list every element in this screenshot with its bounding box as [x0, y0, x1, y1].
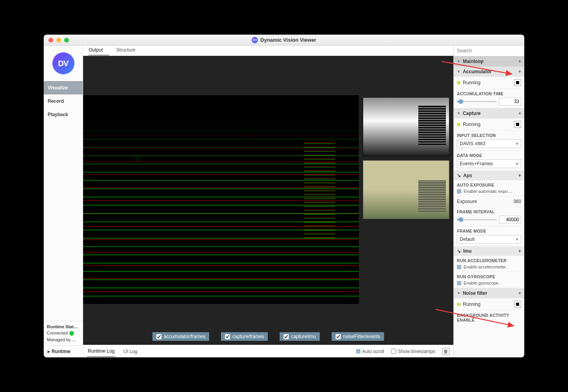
- app-window: DV Dynamic Vision Viewer DV Visualize Re…: [44, 35, 524, 357]
- section-noise-filter-label: Noise filter: [463, 290, 487, 296]
- chip-capture-imu-label: capture/imu: [291, 334, 316, 339]
- exposure-value: 360: [513, 199, 521, 204]
- subsection-imu-add-icon[interactable]: +: [518, 248, 521, 254]
- section-noise-filter[interactable]: ▼ Noise filter +: [454, 288, 524, 298]
- view-tabs: Output Structure: [83, 46, 453, 56]
- subsection-aps-add-icon[interactable]: +: [518, 173, 521, 178]
- exposure-label: Exposure: [457, 199, 477, 204]
- run-gyroscope-label: RUN GYROSCOPE: [457, 274, 521, 279]
- chevron-down-icon: ▼: [457, 111, 460, 115]
- tab-runtime-log[interactable]: Runtime Log: [87, 346, 115, 357]
- tab-output[interactable]: Output: [89, 46, 109, 55]
- accumulation-time-slider[interactable]: [457, 101, 497, 102]
- accumulator-running-label: Running: [463, 80, 481, 85]
- run-gyroscope-desc: Enable gyroscope.: [464, 281, 499, 285]
- data-mode-dropdown[interactable]: Events+Frames: [457, 159, 521, 168]
- minimize-window-button[interactable]: [56, 38, 61, 43]
- properties-search-input[interactable]: [454, 46, 524, 56]
- show-timestamps-toggle[interactable]: Show timestamps: [391, 349, 435, 354]
- trash-icon: 🗑: [444, 349, 448, 354]
- nav-record[interactable]: Record: [44, 94, 83, 108]
- log-bar: Runtime Log UI Log Auto scroll Show time…: [83, 345, 453, 357]
- input-selection-value: DAVIS #883: [460, 141, 485, 146]
- chip-noisefilter-events-check[interactable]: [336, 334, 341, 339]
- close-window-button[interactable]: [48, 38, 53, 43]
- input-selection-prop: INPUT SELECTION DAVIS #883: [454, 131, 524, 151]
- noise-running-row: Running: [454, 298, 524, 311]
- chip-capture-frames-check[interactable]: [225, 334, 230, 339]
- subsection-imu[interactable]: ↘ Imu +: [454, 246, 524, 256]
- frame-interval-slider[interactable]: [457, 219, 497, 220]
- data-mode-prop: DATA MODE Events+Frames: [454, 151, 524, 171]
- frame-interval-label: FRAME INTERVAL: [457, 209, 521, 214]
- chip-noisefilter-events-label: noiseFilter/events: [343, 334, 380, 339]
- subsection-aps[interactable]: ↘ Aps +: [454, 171, 524, 180]
- managed-by-label: Managed by …: [47, 337, 80, 343]
- arrow-expand-icon: ↘: [457, 173, 461, 178]
- section-mainloop[interactable]: ▼ Mainloop +: [454, 56, 524, 67]
- accumulator-stop-button[interactable]: [514, 79, 521, 86]
- visualizer-viewport[interactable]: accumulator/frames capture/frames captur…: [83, 56, 453, 345]
- section-capture[interactable]: ▼ Capture +: [454, 108, 524, 118]
- window-title: DV Dynamic Vision Viewer: [44, 37, 524, 43]
- frame-interval-prop: FRAME INTERVAL: [454, 207, 524, 226]
- logo-area: DV: [44, 46, 83, 81]
- section-accumulator-add-icon[interactable]: +: [518, 69, 521, 74]
- capture-stop-button[interactable]: [514, 121, 521, 128]
- nav-visualize[interactable]: Visualize: [44, 81, 83, 94]
- center-pane: Output Structure accumulator/frames capt…: [83, 46, 453, 357]
- run-gyroscope-prop: RUN GYROSCOPE Enable gyroscope.: [454, 272, 524, 288]
- exposure-prop: Exposure 360: [454, 196, 524, 207]
- chip-noisefilter-events[interactable]: noiseFilter/events: [332, 332, 384, 341]
- section-capture-add-icon[interactable]: +: [518, 111, 521, 116]
- connected-status-icon: [69, 331, 74, 336]
- section-mainloop-add-icon[interactable]: +: [518, 59, 521, 64]
- frame-mode-value: Default: [460, 237, 475, 242]
- input-selection-dropdown[interactable]: DAVIS #883: [457, 139, 521, 148]
- chip-accumulator-frames-check[interactable]: [156, 334, 161, 339]
- run-gyroscope-checkbox[interactable]: [457, 281, 461, 285]
- running-status-icon: [457, 123, 460, 126]
- clear-log-button[interactable]: 🗑: [442, 348, 449, 355]
- run-accelerometer-prop: RUN ACCELEROMETER Enable accelerometer.: [454, 256, 524, 272]
- runtime-status-label: Runtime Stat…: [47, 324, 80, 330]
- main-body: DV Visualize Record Playback Runtime Sta…: [44, 46, 524, 357]
- background-activity-prop: BACKGROUND ACTIVITY ENABLE: [454, 311, 524, 325]
- chevron-down-icon: ▼: [457, 70, 460, 74]
- chip-accumulator-frames[interactable]: accumulator/frames: [152, 332, 209, 341]
- runtime-button-label: Runtime: [52, 349, 71, 354]
- chip-capture-frames[interactable]: capture/frames: [221, 332, 268, 341]
- section-noise-filter-add-icon[interactable]: +: [518, 290, 521, 296]
- capture-running-label: Running: [463, 122, 481, 127]
- frame-mode-prop: FRAME MODE Default: [454, 226, 524, 246]
- chip-capture-imu-check[interactable]: [284, 334, 289, 339]
- auto-scroll-checkbox[interactable]: [356, 349, 360, 353]
- run-accelerometer-desc: Enable accelerometer.: [464, 264, 507, 269]
- tab-ui-log[interactable]: UI Log: [123, 346, 138, 357]
- nav-playback[interactable]: Playback: [44, 108, 83, 121]
- runtime-status: Runtime Stat… Connected Managed by …: [44, 321, 83, 346]
- accumulator-running-row: Running: [454, 77, 524, 89]
- tab-structure[interactable]: Structure: [116, 46, 142, 55]
- run-accelerometer-checkbox[interactable]: [457, 265, 461, 269]
- accumulation-time-input[interactable]: [499, 98, 521, 105]
- aps-frame-thumbnail-gray: [363, 97, 449, 156]
- stop-icon: [516, 123, 519, 126]
- maximize-window-button[interactable]: [64, 38, 69, 43]
- frame-mode-label: FRAME MODE: [457, 229, 521, 233]
- section-accumulator[interactable]: ▼ Accumulator +: [454, 67, 524, 77]
- aps-frame-thumbnail-color: [363, 160, 449, 219]
- runtime-button[interactable]: ▸ Runtime: [44, 345, 83, 357]
- section-capture-label: Capture: [463, 111, 481, 116]
- noise-stop-button[interactable]: [514, 301, 521, 308]
- events-foreground: [304, 142, 335, 241]
- frame-interval-input[interactable]: [499, 216, 521, 224]
- auto-scroll-toggle[interactable]: Auto scroll: [356, 349, 384, 354]
- events-visualization: [83, 95, 359, 304]
- frame-mode-dropdown[interactable]: Default: [457, 235, 521, 244]
- show-timestamps-checkbox[interactable]: [391, 349, 396, 354]
- input-selection-label: INPUT SELECTION: [457, 133, 521, 138]
- properties-panel: ▼ Mainloop + ▼ Accumulator + Running ACC…: [453, 46, 524, 357]
- auto-exposure-checkbox[interactable]: [457, 189, 461, 194]
- chip-capture-imu[interactable]: capture/imu: [280, 332, 320, 341]
